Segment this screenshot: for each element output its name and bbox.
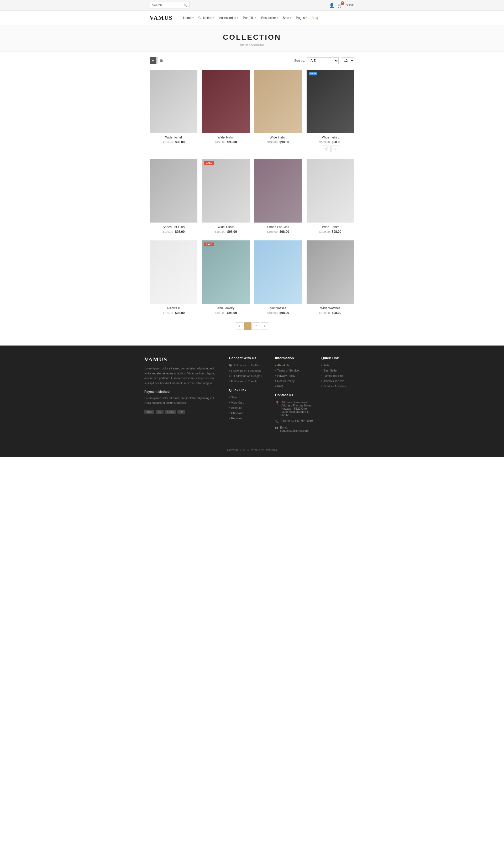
currency-selector[interactable]: $USD xyxy=(346,3,354,7)
product-name-12: Wide Watches xyxy=(308,306,353,310)
product-info-5: Shoes For Girls $199.00 $98.00 xyxy=(150,223,197,236)
payment-title: Payment Method xyxy=(144,390,221,394)
product-card-7[interactable]: Shoes For Girls $199.00 $98.00 xyxy=(254,159,302,236)
product-info-11: Sunglasses $199.00 $98.00 xyxy=(254,304,302,317)
pagination-next[interactable]: › xyxy=(261,322,268,330)
footer-link-checkout[interactable]: › Checkout xyxy=(229,412,267,415)
price-sale-2: $98.00 xyxy=(227,140,237,144)
cart-icon[interactable]: 🛒 0 xyxy=(338,3,343,8)
footer-brand-col: VAMUS Lorem ipsum dolor sit amet, consec… xyxy=(144,356,221,435)
nav-item-home[interactable]: Home ▾ xyxy=(183,16,194,20)
footer-link-signin[interactable]: › Sign In xyxy=(229,396,267,399)
nav-arrow-portfolio: ▾ xyxy=(255,17,256,19)
sort-select[interactable]: A-Z Z-A Price Low-High Price High-Low xyxy=(307,57,339,64)
product-card-12[interactable]: Wide Watches $199.00 $98.00 xyxy=(306,240,354,317)
nav-item-collection[interactable]: Collection ▾ xyxy=(198,16,214,20)
footer-bestseller-label: Best Seller xyxy=(323,369,337,372)
product-info-9: Pillows P $199.00 $98.00 xyxy=(150,304,197,317)
nav-arrow-accessories: ▾ xyxy=(237,17,238,19)
footer-tumblr[interactable]: t Follow us on Tumblr xyxy=(229,380,267,383)
footer-link-faq[interactable]: › FAQ xyxy=(275,385,313,388)
footer-link-return[interactable]: › Return Policy xyxy=(275,379,313,383)
footer-link-aboutus[interactable]: › About Us xyxy=(275,364,313,367)
product-card-10[interactable]: SALE Ann Jewelry $199.00 $98.00 xyxy=(202,240,250,317)
footer-link-outdoor[interactable]: › Outdoor Activities xyxy=(321,385,360,388)
pagination-page-2[interactable]: 2 xyxy=(253,322,260,330)
price-sale-7: $98.00 xyxy=(280,230,289,234)
nav-item-blog[interactable]: Blog xyxy=(311,16,318,20)
search-box[interactable]: 🔍 xyxy=(150,2,190,8)
product-card-6[interactable]: SALE Wide T-shirt $199.00 $98.00 xyxy=(202,159,250,236)
footer-contact-email: ✉ Email: contactus@gmail.com xyxy=(275,426,313,432)
product-card-3[interactable]: Wide T-shirt $199.00 $98.00 xyxy=(254,69,302,155)
price-original-4: $199.00 xyxy=(320,141,330,144)
price-original-8: $199.00 xyxy=(320,230,330,233)
footer-link-privacy[interactable]: › Privacy Policy xyxy=(275,374,313,377)
product-price-5: $199.00 $98.00 xyxy=(151,230,196,234)
footer-info-col: Information › About Us › Terms of Servic… xyxy=(275,356,313,435)
user-icon[interactable]: 👤 xyxy=(329,3,335,8)
nav-item-portfolio[interactable]: Portfolio ▾ xyxy=(243,16,256,20)
product-card-5[interactable]: Shoes For Girls $199.00 $98.00 xyxy=(150,159,198,236)
footer-facebook-label: Follow us on Facebook xyxy=(231,369,261,372)
footer-link-animalstee[interactable]: › Animals Tee Pro xyxy=(321,379,360,383)
product-name-9: Pillows P xyxy=(151,306,196,310)
product-image-2 xyxy=(202,70,250,133)
product-price-12: $199.00 $98.00 xyxy=(308,311,353,315)
nav-item-bestseller[interactable]: Best seller ▾ xyxy=(261,16,278,20)
arrow-icon-return: › xyxy=(275,379,276,382)
product-card-1[interactable]: Wide T-shirt $199.00 $98.00 xyxy=(150,69,198,155)
view-grid-button[interactable]: ⊞ xyxy=(158,57,165,64)
product-card-9[interactable]: Pillows P $199.00 $98.00 xyxy=(150,240,198,317)
product-info-10: Ann Jewelry $199.00 $98.00 xyxy=(202,304,250,317)
footer-googleplus[interactable]: G+ Follow us on Google+ xyxy=(229,375,267,378)
product-image-6: SALE xyxy=(202,159,250,222)
per-page-select[interactable]: 12 24 36 xyxy=(341,57,354,64)
footer-info-title: Information xyxy=(275,356,313,360)
nav-item-sale[interactable]: Sale ▾ xyxy=(283,16,291,20)
wishlist-btn-4[interactable]: ♡ xyxy=(331,145,339,152)
footer-link-register[interactable]: › Register xyxy=(229,417,267,420)
footer-link-bestseller[interactable]: › Best Seller xyxy=(321,369,360,372)
price-sale-8: $98.00 xyxy=(332,230,342,234)
nav-arrow-pages: ▾ xyxy=(306,17,307,19)
nav-item-pages[interactable]: Pages ▾ xyxy=(296,16,307,20)
product-price-4: $199.00 $98.00 xyxy=(308,140,353,144)
arrow-icon-familytee: › xyxy=(321,374,322,377)
nav-item-accessories[interactable]: Accessories ▾ xyxy=(219,16,238,20)
footer-copyright: Copyright © 2017, Vamus by Qtcmedia xyxy=(144,448,360,451)
cart-badge: 0 xyxy=(341,1,344,5)
arrow-icon-account: › xyxy=(229,406,230,409)
product-card-2[interactable]: Wide T-shirt $199.00 $98.00 xyxy=(202,69,250,155)
nav-arrow-bestseller: ▾ xyxy=(277,17,278,19)
product-card-4[interactable]: NEW Wide T-shirt $199.00 $98.00 🛒 ♡ xyxy=(306,69,354,155)
breadcrumb-home[interactable]: Home xyxy=(240,43,248,46)
site-logo[interactable]: VAMUS xyxy=(150,15,173,21)
view-list-button[interactable]: ≡ xyxy=(150,57,157,64)
footer-contact-phone: 📞 Phone +1-541-754-3010 xyxy=(275,419,313,423)
footer-link-viewcart[interactable]: › View Cart xyxy=(229,401,267,404)
pagination-page-1[interactable]: 1 xyxy=(244,322,251,330)
footer-facebook[interactable]: f Follow us on Facebook xyxy=(229,369,267,372)
googleplus-icon: G+ xyxy=(229,375,233,378)
product-card-8[interactable]: Wide T-shirt $199.00 $98.00 xyxy=(306,159,354,236)
payment-icons: VISA MC AMEX PP xyxy=(144,410,221,414)
main-content: ≡ ⊞ Sort by: A-Z Z-A Price Low-High Pric… xyxy=(144,52,360,346)
pagination-prev[interactable]: ‹ xyxy=(236,322,243,330)
price-sale-5: $98.00 xyxy=(175,230,185,234)
footer-link-familytee[interactable]: › Family Tee Pro xyxy=(321,374,360,377)
footer-link-account[interactable]: › Account xyxy=(229,406,267,409)
footer-link-kids[interactable]: › Kids xyxy=(321,364,360,367)
footer-twitter[interactable]: 🐦 Follow us on Twitter xyxy=(229,364,267,367)
add-to-cart-btn-4[interactable]: 🛒 xyxy=(322,145,330,152)
footer-email-text: Email: contactus@gmail.com xyxy=(280,426,313,432)
product-info-8: Wide T-shirt $199.00 $98.00 xyxy=(307,223,354,236)
footer-googleplus-label: Follow us on Google+ xyxy=(234,375,262,378)
footer-link-tos[interactable]: › Terms of Service xyxy=(275,369,313,372)
top-right-controls: 👤 🛒 0 $USD xyxy=(329,3,354,8)
search-input[interactable] xyxy=(152,3,183,7)
footer-faq-label: FAQ xyxy=(277,385,283,388)
product-card-11[interactable]: Sunglasses $199.00 $98.00 xyxy=(254,240,302,317)
payment-visa: VISA xyxy=(144,410,154,414)
arrow-icon-tos: › xyxy=(275,369,276,372)
